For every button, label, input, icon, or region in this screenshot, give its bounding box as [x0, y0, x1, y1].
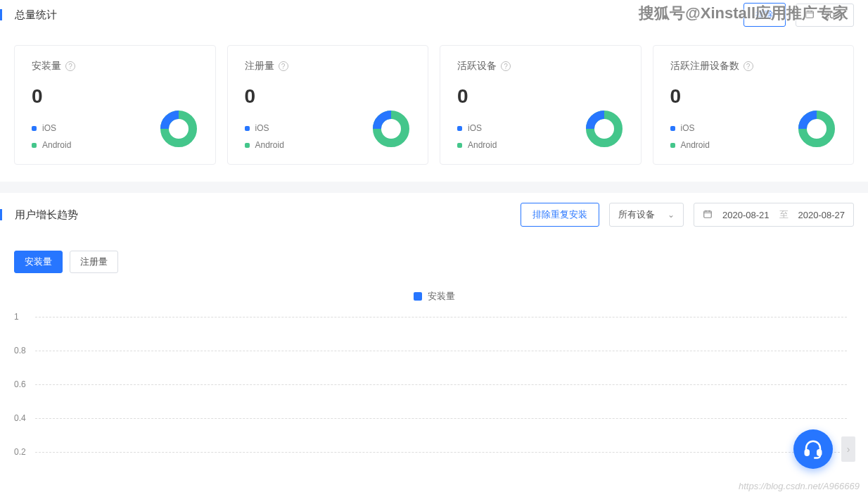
- legend-ios-label: iOS: [468, 123, 482, 133]
- ios-dot-icon: [32, 126, 37, 131]
- help-icon[interactable]: ?: [65, 61, 75, 71]
- next-button[interactable]: ›: [841, 436, 855, 462]
- legend-android-label: Android: [681, 140, 710, 150]
- y-tick-label: 0.2: [14, 447, 26, 457]
- donut-chart: [159, 109, 198, 149]
- card-title: 注册量 ?: [245, 60, 411, 73]
- title-accent-bar: [0, 209, 2, 220]
- card-title: 活跃设备 ?: [457, 60, 624, 73]
- support-fab[interactable]: [793, 429, 833, 469]
- legend-android-label: Android: [255, 140, 284, 150]
- donut-chart: [797, 109, 836, 149]
- growth-tabs: 安装量 注册量: [0, 234, 868, 280]
- card-value: 0: [457, 85, 624, 108]
- headset-icon: [803, 439, 824, 460]
- svg-rect-0: [806, 11, 814, 17]
- chevron-right-icon: ›: [847, 443, 850, 455]
- calendar-icon: [805, 9, 815, 21]
- grid-line: [35, 452, 847, 453]
- legend-android-label: Android: [468, 140, 497, 150]
- title-accent-bar: [0, 9, 2, 20]
- date-separator: 至: [779, 208, 789, 221]
- card-register: 注册量 ? 0 iOS Android: [227, 45, 429, 165]
- totals-title: 总量统计: [0, 8, 57, 22]
- card-value: 0: [32, 85, 198, 108]
- svg-rect-6: [805, 450, 809, 455]
- android-dot-icon: [245, 143, 250, 148]
- legend-ios-label: iOS: [681, 123, 695, 133]
- card-title-text: 活跃设备: [457, 60, 497, 73]
- tab-register[interactable]: 注册量: [70, 251, 118, 273]
- totals-cards: 安装量 ? 0 iOS Android 注册量 ? 0: [0, 34, 868, 182]
- y-tick-label: 0.8: [14, 346, 26, 356]
- chart-legend-label: 安装量: [428, 290, 455, 303]
- card-title: 活跃注册设备数 ?: [670, 60, 837, 73]
- grid-line: [35, 317, 847, 317]
- chevron-down-icon: ⌄: [668, 210, 675, 220]
- date-from: 2020-08-21: [722, 210, 770, 220]
- help-icon[interactable]: ?: [743, 61, 753, 71]
- totals-exclude-button[interactable]: 排除: [743, 3, 786, 27]
- android-dot-icon: [670, 143, 675, 148]
- legend-ios-label: iOS: [42, 123, 56, 133]
- totals-date-from: 2020: [824, 10, 845, 20]
- card-active-device: 活跃设备 ? 0 iOS Android: [440, 45, 642, 165]
- legend-dot-icon: [414, 292, 422, 301]
- card-active-registered-device: 活跃注册设备数 ? 0 iOS Android: [653, 45, 855, 165]
- card-install: 安装量 ? 0 iOS Android: [14, 45, 216, 165]
- grid-line: [35, 418, 847, 419]
- y-tick-label: 0.6: [14, 379, 26, 389]
- card-title-text: 安装量: [32, 60, 61, 73]
- calendar-icon: [703, 209, 713, 221]
- growth-title: 用户增长趋势: [0, 208, 78, 222]
- svg-rect-7: [817, 450, 821, 455]
- card-title-text: 注册量: [245, 60, 274, 73]
- help-icon[interactable]: ?: [501, 61, 511, 71]
- ios-dot-icon: [457, 126, 462, 131]
- growth-header: 用户增长趋势 排除重复安装 所有设备 ⌄ 2020-08-21 至 2020-0…: [0, 193, 868, 234]
- ios-dot-icon: [670, 126, 675, 131]
- line-chart: 10.80.60.40.2: [35, 317, 847, 486]
- card-title-text: 活跃注册设备数: [670, 60, 739, 73]
- chart-legend: 安装量: [14, 280, 854, 317]
- card-value: 0: [245, 85, 411, 108]
- legend-android-label: Android: [42, 140, 71, 150]
- donut-chart: [371, 109, 411, 149]
- card-value: 0: [670, 85, 837, 108]
- y-tick-label: 0.4: [14, 413, 26, 423]
- chart-area: 安装量 10.80.60.40.2: [0, 280, 868, 497]
- ios-dot-icon: [245, 126, 250, 131]
- tab-install[interactable]: 安装量: [14, 251, 63, 273]
- growth-date-range[interactable]: 2020-08-21 至 2020-08-27: [694, 203, 854, 227]
- grid-line: [35, 351, 847, 351]
- android-dot-icon: [32, 143, 37, 148]
- section-divider: [0, 182, 868, 193]
- svg-rect-5: [704, 210, 712, 217]
- growth-exclude-button[interactable]: 排除重复安装: [521, 203, 599, 227]
- totals-date-range[interactable]: 2020: [796, 4, 854, 27]
- legend-ios-label: iOS: [255, 123, 269, 133]
- date-to: 2020-08-27: [798, 210, 845, 220]
- totals-header: 总量统计 排除 2020: [0, 0, 868, 34]
- card-title: 安装量 ?: [32, 60, 198, 73]
- grid-line: [35, 384, 847, 385]
- device-select[interactable]: 所有设备 ⌄: [609, 203, 684, 227]
- help-icon[interactable]: ?: [279, 61, 288, 71]
- donut-chart: [585, 109, 624, 149]
- growth-title-text: 用户增长趋势: [15, 208, 78, 222]
- totals-title-text: 总量统计: [15, 8, 57, 22]
- device-select-value: 所有设备: [618, 208, 655, 221]
- y-tick-label: 1: [14, 312, 19, 322]
- android-dot-icon: [457, 143, 462, 148]
